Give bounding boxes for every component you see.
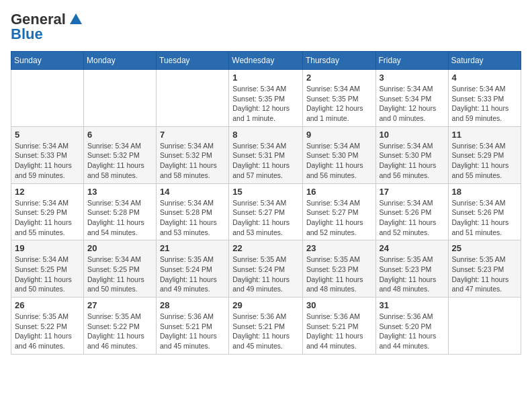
day-info: Sunrise: 5:34 AM Sunset: 5:30 PM Dayligh…	[380, 141, 445, 181]
calendar-cell: 11Sunrise: 5:34 AM Sunset: 5:29 PM Dayli…	[448, 126, 521, 183]
day-number: 16	[306, 187, 372, 197]
day-info: Sunrise: 5:35 AM Sunset: 5:24 PM Dayligh…	[232, 255, 299, 294]
page-header: General Blue	[11, 11, 521, 43]
day-number: 1	[232, 73, 299, 83]
calendar-cell	[157, 70, 229, 127]
calendar-weekday-header: Thursday	[302, 52, 375, 70]
day-info: Sunrise: 5:35 AM Sunset: 5:23 PM Dayligh…	[380, 255, 445, 294]
day-info: Sunrise: 5:34 AM Sunset: 5:29 PM Dayligh…	[452, 141, 517, 181]
day-number: 19	[15, 243, 80, 253]
calendar-cell: 10Sunrise: 5:34 AM Sunset: 5:30 PM Dayli…	[375, 126, 448, 183]
calendar-cell	[11, 70, 84, 127]
calendar-cell: 3Sunrise: 5:34 AM Sunset: 5:34 PM Daylig…	[375, 70, 448, 127]
calendar-cell: 29Sunrise: 5:36 AM Sunset: 5:21 PM Dayli…	[229, 298, 303, 355]
calendar-cell: 26Sunrise: 5:35 AM Sunset: 5:22 PM Dayli…	[11, 298, 84, 355]
day-info: Sunrise: 5:34 AM Sunset: 5:28 PM Dayligh…	[87, 198, 152, 238]
day-number: 10	[380, 130, 445, 140]
calendar-cell: 24Sunrise: 5:35 AM Sunset: 5:23 PM Dayli…	[375, 240, 448, 298]
day-info: Sunrise: 5:34 AM Sunset: 5:25 PM Dayligh…	[15, 255, 80, 294]
day-number: 2	[306, 73, 372, 83]
day-info: Sunrise: 5:35 AM Sunset: 5:24 PM Dayligh…	[160, 255, 225, 294]
calendar-cell: 19Sunrise: 5:34 AM Sunset: 5:25 PM Dayli…	[11, 240, 84, 298]
day-info: Sunrise: 5:35 AM Sunset: 5:22 PM Dayligh…	[87, 312, 152, 351]
day-info: Sunrise: 5:34 AM Sunset: 5:33 PM Dayligh…	[15, 141, 80, 181]
calendar-cell: 16Sunrise: 5:34 AM Sunset: 5:27 PM Dayli…	[302, 183, 375, 240]
day-number: 22	[232, 243, 299, 253]
day-number: 6	[87, 130, 152, 140]
calendar-cell: 7Sunrise: 5:34 AM Sunset: 5:32 PM Daylig…	[157, 126, 229, 183]
day-number: 8	[232, 130, 299, 140]
calendar-cell: 30Sunrise: 5:36 AM Sunset: 5:21 PM Dayli…	[302, 298, 375, 355]
day-number: 21	[160, 243, 225, 253]
day-info: Sunrise: 5:34 AM Sunset: 5:32 PM Dayligh…	[160, 141, 225, 181]
calendar-weekday-header: Tuesday	[157, 52, 229, 70]
calendar-table: SundayMondayTuesdayWednesdayThursdayFrid…	[11, 51, 521, 355]
logo: General Blue	[11, 11, 83, 43]
calendar-weekday-header: Sunday	[11, 52, 84, 70]
calendar-cell: 17Sunrise: 5:34 AM Sunset: 5:26 PM Dayli…	[375, 183, 448, 240]
day-info: Sunrise: 5:35 AM Sunset: 5:22 PM Dayligh…	[15, 312, 80, 351]
calendar-weekday-header: Friday	[375, 52, 448, 70]
calendar-cell: 15Sunrise: 5:34 AM Sunset: 5:27 PM Dayli…	[229, 183, 303, 240]
day-info: Sunrise: 5:34 AM Sunset: 5:35 PM Dayligh…	[232, 84, 299, 124]
calendar-cell: 6Sunrise: 5:34 AM Sunset: 5:32 PM Daylig…	[84, 126, 157, 183]
day-info: Sunrise: 5:34 AM Sunset: 5:28 PM Dayligh…	[160, 198, 225, 238]
day-number: 14	[160, 187, 225, 197]
calendar-week-row: 5Sunrise: 5:34 AM Sunset: 5:33 PM Daylig…	[11, 126, 521, 183]
day-number: 20	[87, 243, 152, 253]
day-info: Sunrise: 5:36 AM Sunset: 5:21 PM Dayligh…	[160, 312, 225, 351]
day-number: 24	[380, 243, 445, 253]
day-number: 31	[380, 300, 445, 310]
calendar-cell	[84, 70, 157, 127]
calendar-cell: 2Sunrise: 5:34 AM Sunset: 5:35 PM Daylig…	[302, 70, 375, 127]
calendar-cell	[448, 298, 521, 355]
calendar-cell: 9Sunrise: 5:34 AM Sunset: 5:30 PM Daylig…	[302, 126, 375, 183]
day-info: Sunrise: 5:34 AM Sunset: 5:34 PM Dayligh…	[380, 84, 445, 124]
calendar-weekday-header: Wednesday	[229, 52, 303, 70]
day-info: Sunrise: 5:34 AM Sunset: 5:26 PM Dayligh…	[380, 198, 445, 238]
logo-blue-text: Blue	[11, 26, 43, 43]
calendar-weekday-header: Monday	[84, 52, 157, 70]
calendar-cell: 20Sunrise: 5:34 AM Sunset: 5:25 PM Dayli…	[84, 240, 157, 298]
calendar-week-row: 1Sunrise: 5:34 AM Sunset: 5:35 PM Daylig…	[11, 70, 521, 127]
calendar-cell: 25Sunrise: 5:35 AM Sunset: 5:23 PM Dayli…	[448, 240, 521, 298]
calendar-cell: 22Sunrise: 5:35 AM Sunset: 5:24 PM Dayli…	[229, 240, 303, 298]
calendar-header-row: SundayMondayTuesdayWednesdayThursdayFrid…	[11, 52, 521, 70]
day-number: 9	[306, 130, 372, 140]
calendar-cell: 5Sunrise: 5:34 AM Sunset: 5:33 PM Daylig…	[11, 126, 84, 183]
day-number: 18	[452, 187, 517, 197]
day-info: Sunrise: 5:34 AM Sunset: 5:35 PM Dayligh…	[306, 84, 372, 124]
day-number: 7	[160, 130, 225, 140]
day-info: Sunrise: 5:34 AM Sunset: 5:31 PM Dayligh…	[232, 141, 299, 181]
day-number: 23	[306, 243, 372, 253]
day-number: 28	[160, 300, 225, 310]
day-number: 5	[15, 130, 80, 140]
day-number: 25	[452, 243, 517, 253]
calendar-cell: 8Sunrise: 5:34 AM Sunset: 5:31 PM Daylig…	[229, 126, 303, 183]
calendar-cell: 21Sunrise: 5:35 AM Sunset: 5:24 PM Dayli…	[157, 240, 229, 298]
day-number: 26	[15, 300, 80, 310]
day-number: 30	[306, 300, 372, 310]
calendar-cell: 18Sunrise: 5:34 AM Sunset: 5:26 PM Dayli…	[448, 183, 521, 240]
day-number: 12	[15, 187, 80, 197]
day-info: Sunrise: 5:34 AM Sunset: 5:32 PM Dayligh…	[87, 141, 152, 181]
day-number: 15	[232, 187, 299, 197]
day-info: Sunrise: 5:36 AM Sunset: 5:20 PM Dayligh…	[380, 312, 445, 351]
calendar-cell: 1Sunrise: 5:34 AM Sunset: 5:35 PM Daylig…	[229, 70, 303, 127]
day-number: 11	[452, 130, 517, 140]
day-info: Sunrise: 5:36 AM Sunset: 5:21 PM Dayligh…	[232, 312, 299, 351]
day-info: Sunrise: 5:34 AM Sunset: 5:27 PM Dayligh…	[232, 198, 299, 238]
day-info: Sunrise: 5:34 AM Sunset: 5:30 PM Dayligh…	[306, 141, 372, 181]
calendar-cell: 13Sunrise: 5:34 AM Sunset: 5:28 PM Dayli…	[84, 183, 157, 240]
day-info: Sunrise: 5:34 AM Sunset: 5:33 PM Dayligh…	[452, 84, 517, 124]
logo-icon	[69, 12, 83, 27]
calendar-cell: 23Sunrise: 5:35 AM Sunset: 5:23 PM Dayli…	[302, 240, 375, 298]
calendar-cell: 27Sunrise: 5:35 AM Sunset: 5:22 PM Dayli…	[84, 298, 157, 355]
day-info: Sunrise: 5:34 AM Sunset: 5:25 PM Dayligh…	[87, 255, 152, 294]
day-number: 17	[380, 187, 445, 197]
day-number: 27	[87, 300, 152, 310]
day-number: 13	[87, 187, 152, 197]
day-info: Sunrise: 5:34 AM Sunset: 5:29 PM Dayligh…	[15, 198, 80, 238]
svg-marker-0	[70, 13, 82, 24]
calendar-cell: 12Sunrise: 5:34 AM Sunset: 5:29 PM Dayli…	[11, 183, 84, 240]
